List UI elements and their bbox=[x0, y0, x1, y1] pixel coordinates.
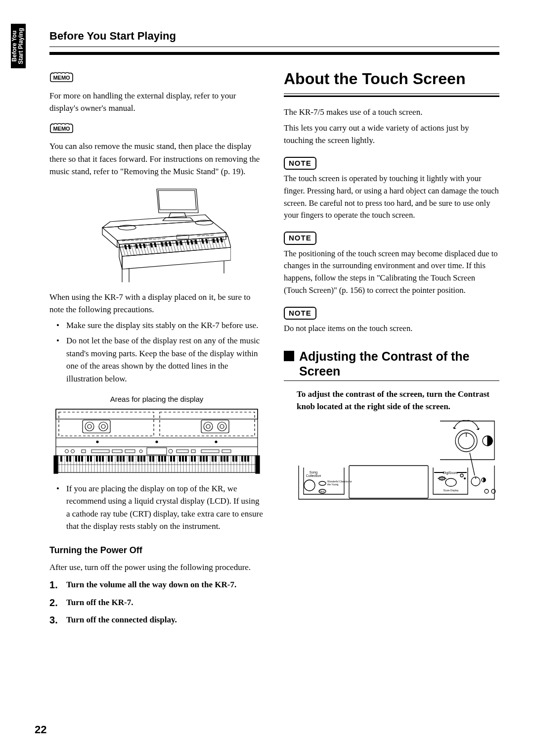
memo-icon: MEMO bbox=[49, 123, 77, 134]
svg-rect-64 bbox=[164, 456, 166, 462]
svg-rect-77 bbox=[221, 456, 222, 462]
svg-rect-58 bbox=[140, 456, 142, 462]
areas-caption: Areas for placing the display bbox=[49, 394, 264, 405]
svg-rect-78 bbox=[223, 456, 225, 462]
svg-rect-61 bbox=[152, 456, 154, 462]
touch-screen-heading: About the Touch Screen bbox=[284, 67, 499, 94]
svg-rect-46 bbox=[90, 456, 92, 462]
note-label-2: NOTE bbox=[284, 232, 316, 245]
svg-point-109 bbox=[464, 477, 466, 479]
svg-point-17 bbox=[218, 422, 226, 431]
svg-point-10 bbox=[85, 422, 94, 431]
svg-rect-14 bbox=[201, 420, 229, 433]
svg-rect-54 bbox=[123, 456, 125, 462]
bullet-stable: Make sure the display sits stably on the… bbox=[59, 319, 264, 332]
svg-rect-59 bbox=[143, 456, 145, 462]
svg-rect-66 bbox=[173, 456, 175, 462]
svg-point-21 bbox=[156, 441, 158, 443]
svg-point-113 bbox=[485, 489, 489, 493]
svg-rect-79 bbox=[226, 456, 228, 462]
left-column: MEMO For more on handling the external d… bbox=[49, 67, 264, 631]
svg-point-33 bbox=[169, 449, 173, 453]
h2-square-icon bbox=[284, 351, 294, 361]
svg-rect-35 bbox=[191, 450, 195, 453]
svg-rect-55 bbox=[129, 456, 131, 462]
svg-rect-67 bbox=[179, 456, 181, 462]
svg-rect-73 bbox=[203, 456, 205, 462]
svg-rect-42 bbox=[75, 456, 77, 462]
svg-rect-86 bbox=[256, 456, 260, 473]
svg-rect-82 bbox=[241, 456, 243, 462]
svg-rect-48 bbox=[99, 456, 101, 462]
bullet-base: Do not let the base of the display rest … bbox=[59, 334, 264, 385]
svg-point-26 bbox=[71, 449, 75, 453]
piano-monitor-illustration bbox=[83, 185, 231, 284]
svg-rect-47 bbox=[96, 456, 98, 462]
svg-rect-57 bbox=[137, 456, 139, 462]
svg-rect-65 bbox=[170, 456, 172, 462]
svg-point-96 bbox=[319, 481, 326, 485]
svg-rect-8 bbox=[160, 412, 255, 436]
svg-rect-53 bbox=[120, 456, 122, 462]
svg-text:Score Display: Score Display bbox=[444, 489, 459, 492]
svg-rect-69 bbox=[185, 456, 187, 462]
side-tab-line2: Start Playing bbox=[18, 28, 25, 64]
svg-rect-50 bbox=[108, 456, 110, 462]
note1: The touch screen is operated by touching… bbox=[284, 173, 499, 222]
svg-rect-29 bbox=[112, 450, 122, 453]
svg-point-16 bbox=[206, 425, 210, 428]
h2-rule bbox=[284, 380, 499, 381]
svg-point-12 bbox=[99, 422, 108, 431]
svg-rect-9 bbox=[83, 420, 110, 433]
svg-line-115 bbox=[470, 453, 475, 475]
svg-rect-74 bbox=[206, 456, 208, 462]
adjust-para: To adjust the contrast of the screen, tu… bbox=[297, 388, 499, 413]
note-label-3: NOTE bbox=[284, 307, 316, 320]
svg-rect-51 bbox=[111, 456, 113, 462]
svg-rect-34 bbox=[177, 450, 188, 453]
piano-topview-illustration bbox=[53, 406, 261, 475]
memo-icon: MEMO bbox=[49, 72, 77, 83]
svg-rect-28 bbox=[91, 450, 109, 453]
svg-rect-83 bbox=[244, 456, 246, 462]
svg-point-31 bbox=[139, 450, 142, 453]
svg-rect-52 bbox=[117, 456, 119, 462]
svg-rect-60 bbox=[149, 456, 151, 462]
svg-point-114 bbox=[491, 489, 495, 493]
svg-rect-71 bbox=[194, 456, 196, 462]
side-tab-text: Before You Start Playing bbox=[12, 28, 25, 64]
step-3: Turn off the connected display. bbox=[49, 614, 264, 626]
svg-rect-39 bbox=[60, 456, 62, 462]
svg-text:Next: Next bbox=[319, 490, 325, 493]
svg-rect-68 bbox=[182, 456, 184, 462]
adjust-contrast-heading: Adjusting the Contrast of the Screen bbox=[299, 349, 499, 378]
svg-point-25 bbox=[65, 449, 69, 453]
svg-text:DigiScore: DigiScore bbox=[443, 471, 458, 475]
power-off-intro: After use, turn off the power using the … bbox=[49, 561, 264, 574]
svg-text:MEMO: MEMO bbox=[53, 75, 70, 81]
svg-text:Collection: Collection bbox=[306, 474, 321, 477]
side-tab: Before You Start Playing bbox=[11, 24, 26, 68]
svg-rect-63 bbox=[161, 456, 163, 462]
header-thick-rule bbox=[49, 52, 499, 55]
svg-point-22 bbox=[215, 441, 217, 443]
svg-text:the Young: the Young bbox=[327, 483, 338, 486]
step-2: Turn off the KR-7. bbox=[49, 596, 264, 609]
note-label-1: NOTE bbox=[284, 157, 316, 170]
precautions-intro: When using the KR-7 with a display place… bbox=[49, 291, 264, 316]
svg-point-11 bbox=[88, 425, 91, 428]
svg-text:MEMO: MEMO bbox=[53, 126, 70, 132]
svg-rect-30 bbox=[125, 450, 135, 453]
svg-rect-49 bbox=[102, 456, 104, 462]
svg-rect-80 bbox=[232, 456, 234, 462]
contrast-panel-illustration: Song Collection Wonderful Classics for t… bbox=[297, 420, 499, 509]
svg-rect-45 bbox=[87, 456, 89, 462]
intro1: The KR-7/5 makes use of a touch screen. bbox=[284, 106, 499, 119]
svg-rect-72 bbox=[200, 456, 202, 462]
right-column: About the Touch Screen The KR-7/5 makes … bbox=[284, 67, 499, 631]
svg-rect-84 bbox=[247, 456, 249, 462]
svg-point-13 bbox=[101, 425, 105, 428]
note2: The positioning of the touch screen may … bbox=[284, 248, 499, 297]
svg-point-18 bbox=[220, 425, 224, 428]
svg-rect-75 bbox=[212, 456, 214, 462]
